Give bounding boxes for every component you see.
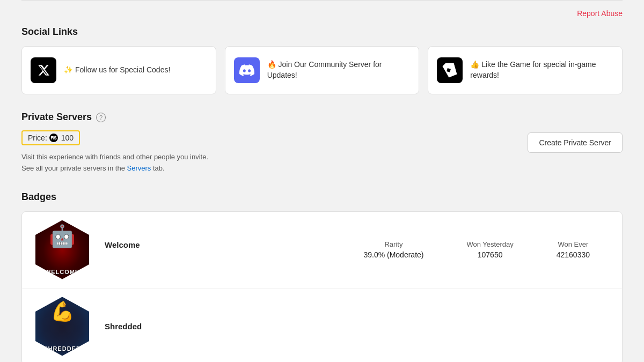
roblox-icon [437,57,463,83]
badge-stat-rarity-welcome: Rarity 39.0% (Moderate) [363,240,423,259]
badge-label-welcome: WELCOME [45,269,79,275]
rarity-label-welcome: Rarity [363,240,423,248]
social-links-title: Social Links [21,26,623,38]
badges-title: Badges [21,191,623,203]
private-servers-description: Visit this experience with friends and o… [21,152,208,174]
badge-hex-inner-shredded: 💪 SHREDDED [35,297,89,356]
private-servers-left: Price: R$ 100 Visit this experience with… [21,130,208,174]
desc-line2-end: tab. [153,164,165,172]
badge-hex-shredded: 💪 SHREDDED [35,297,89,356]
report-abuse-link[interactable]: Report Abuse [577,9,623,18]
robux-icon: R$ [49,134,58,142]
badge-image-welcome: 🤖 WELCOME [33,220,92,279]
badge-hex-inner-welcome: 🤖 WELCOME [35,220,89,279]
discord-card-label: Join Our Community Server for Updates! [267,60,382,79]
roblox-card-text: 👍 Like the Game for special in-game rewa… [470,60,613,80]
badges-table: 🤖 WELCOME Welcome Rarity 39.0% (Moderate… [21,211,623,362]
badge-image-shredded: 💪 SHREDDED [33,297,92,356]
price-box: Price: R$ 100 [21,130,80,145]
private-servers-content: Price: R$ 100 Visit this experience with… [21,130,623,174]
roblox-emoji: 👍 [470,60,481,69]
twitter-card-text: ✨ Follow us for Special Codes! [64,65,170,76]
rarity-value-welcome: 39.0% (Moderate) [363,250,423,259]
discord-emoji: 🔥 [267,60,279,69]
help-icon[interactable]: ? [96,113,106,122]
twitter-card-label: Follow us for Special Codes! [75,65,170,74]
price-label: Price: [28,134,47,142]
badge-name-welcome: Welcome [105,240,191,249]
social-links-section: Social Links ✨ Follow us for Special Cod… [21,26,623,94]
badge-hex-welcome: 🤖 WELCOME [35,220,89,279]
badge-stats-welcome: Rarity 39.0% (Moderate) Won Yesterday 10… [363,240,590,259]
report-abuse-row: Report Abuse [21,5,623,26]
twitter-x-card[interactable]: ✨ Follow us for Special Codes! [21,46,216,94]
top-divider [21,0,623,1]
private-servers-section: Private Servers ? Price: R$ 100 Visit th… [21,112,623,174]
private-servers-header: Private Servers ? [21,112,623,123]
badge-figure-welcome: 🤖 [49,224,76,249]
roblox-card-label: Like the Game for special in-game reward… [470,60,596,79]
roblox-card[interactable]: 👍 Like the Game for special in-game rewa… [428,46,623,94]
won-ever-label-welcome: Won Ever [557,240,590,248]
badge-info-shredded: Shredded [105,322,611,331]
private-servers-title: Private Servers [21,112,92,123]
badge-info-welcome: Welcome Rarity 39.0% (Moderate) Won Yest… [105,240,611,259]
badges-section: Badges 🤖 WELCOME Welcome [21,191,623,362]
twitter-emoji: ✨ [64,65,75,74]
desc-line1: Visit this experience with friends and o… [21,153,208,161]
discord-card[interactable]: 🔥 Join Our Community Server for Updates! [225,46,420,94]
servers-tab-link[interactable]: Servers [127,164,151,172]
badge-row-welcome: 🤖 WELCOME Welcome Rarity 39.0% (Moderate… [22,212,622,289]
badge-row-shredded: 💪 SHREDDED Shredded [22,289,622,362]
create-private-server-button[interactable]: Create Private Server [528,132,623,153]
badge-figure-shredded: 💪 [50,300,75,323]
price-amount: 100 [61,134,74,142]
desc-line2-start: See all your private servers in the [21,164,125,172]
won-yesterday-value-welcome: 107650 [466,250,513,259]
discord-card-text: 🔥 Join Our Community Server for Updates! [267,60,411,80]
x-icon [31,57,56,83]
badge-name-shredded: Shredded [105,322,191,331]
badge-stat-won-yesterday-welcome: Won Yesterday 107650 [466,240,513,259]
won-ever-value-welcome: 42160330 [557,250,590,259]
won-yesterday-label-welcome: Won Yesterday [466,240,513,248]
discord-icon [234,57,260,83]
badge-stat-won-ever-welcome: Won Ever 42160330 [557,240,590,259]
social-links-grid: ✨ Follow us for Special Codes! 🔥 Join Ou… [21,46,623,94]
badge-label-shredded: SHREDDED [43,345,81,352]
